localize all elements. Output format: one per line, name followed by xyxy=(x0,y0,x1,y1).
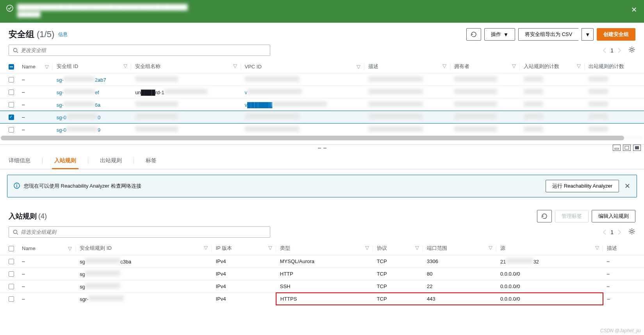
grip-icon xyxy=(318,148,326,149)
gear-icon xyxy=(628,228,635,235)
sg-col-sgname[interactable]: 安全组名称 ▽ xyxy=(131,60,241,73)
tab-0[interactable]: 详细信息 xyxy=(9,152,30,169)
cell-desc xyxy=(364,124,450,136)
edit-inbound-rules-button[interactable]: 编辑入站规则 xyxy=(592,210,635,222)
pager-next-icon[interactable] xyxy=(617,48,621,53)
cell-vpc[interactable] xyxy=(241,111,365,124)
export-dropdown-button[interactable]: ▼ xyxy=(582,28,594,41)
cell-vpc[interactable] xyxy=(241,73,365,86)
rules-search-wrap[interactable] xyxy=(9,226,270,238)
cell-desc: – xyxy=(603,280,644,293)
row-checkbox[interactable] xyxy=(9,115,14,120)
cell-sg-id[interactable]: sg-09 xyxy=(53,124,132,136)
row-checkbox[interactable] xyxy=(9,271,14,277)
cell-source: 0.0.0.0/0 xyxy=(496,268,603,280)
rules-col-src[interactable]: 源 ▽ xyxy=(496,242,603,255)
refresh-button[interactable] xyxy=(466,28,481,41)
rules-col-id[interactable]: 安全组规则 ID ▽ xyxy=(76,242,212,255)
search-input[interactable] xyxy=(21,47,266,53)
table-row[interactable]: –sgIPv4HTTPTCP800.0.0.0/0– xyxy=(0,268,644,280)
sg-col-id[interactable]: 安全组 ID ▽ xyxy=(53,60,132,73)
manage-tags-button[interactable]: 管理标签 xyxy=(555,210,589,222)
close-icon[interactable]: ✕ xyxy=(624,182,630,190)
rules-header: 入站规则 (4) 管理标签 编辑入站规则 xyxy=(0,203,644,225)
refresh-icon xyxy=(541,213,548,219)
sg-col-vpc[interactable]: VPC ID ▽ xyxy=(241,60,365,73)
table-row[interactable]: –sg-09 xyxy=(0,124,644,136)
panel-splitter[interactable] xyxy=(0,145,644,152)
export-button-group: 将安全组导出为 CSV ▼ xyxy=(518,28,594,41)
rules-col-desc[interactable]: 描述 xyxy=(603,242,644,255)
rules-search-input[interactable] xyxy=(21,229,266,235)
notification-title: ████████████████████████████████████████… xyxy=(17,4,187,10)
cell-sg-id[interactable]: sg-2ab7 xyxy=(53,73,132,86)
cell-type: HTTP xyxy=(276,268,373,280)
cell-port: 22 xyxy=(423,280,496,293)
row-checkbox[interactable] xyxy=(9,102,14,107)
rules-select-all[interactable] xyxy=(0,242,18,255)
cell-sg-id[interactable]: sg-ef xyxy=(53,86,132,99)
sg-select-all[interactable] xyxy=(0,60,18,73)
tab-3[interactable]: 标签 xyxy=(146,152,157,169)
table-row[interactable]: –sgIPv4SSHTCP220.0.0.0/0– xyxy=(0,280,644,293)
svg-rect-9 xyxy=(16,185,17,187)
row-checkbox[interactable] xyxy=(9,259,14,264)
cell-sg-name xyxy=(131,111,241,124)
create-sg-button[interactable]: 创建安全组 xyxy=(597,28,635,41)
rules-col-ip[interactable]: IP 版本 ▽ xyxy=(212,242,276,255)
pager-next-icon[interactable] xyxy=(617,229,621,235)
cell-sg-name xyxy=(131,73,241,86)
caret-down-icon: ▼ xyxy=(503,32,508,38)
rules-col-port[interactable]: 端口范围 ▽ xyxy=(423,242,496,255)
sg-col-owner[interactable]: 拥有者 ▽ xyxy=(450,60,520,73)
table-row[interactable]: –sgc3baIPv4MYSQL/AuroraTCP33062132– xyxy=(0,255,644,268)
refresh-rules-button[interactable] xyxy=(537,210,552,222)
rules-col-name[interactable]: Name ▽ xyxy=(18,242,76,255)
row-checkbox[interactable] xyxy=(9,90,14,95)
pager-prev-icon[interactable] xyxy=(603,48,607,53)
info-link[interactable]: 信息 xyxy=(58,31,68,38)
tab-separator xyxy=(134,158,134,164)
export-csv-button[interactable]: 将安全组导出为 CSV xyxy=(518,28,578,41)
notification-banner: ████████████████████████████████████████… xyxy=(0,0,644,23)
sg-col-name[interactable]: Name ▽ xyxy=(18,60,53,73)
svg-line-2 xyxy=(17,52,18,53)
horizontal-scrollbar[interactable] xyxy=(1,136,643,140)
row-checkbox[interactable] xyxy=(9,127,14,133)
cell-vpc[interactable]: v xyxy=(241,86,365,99)
row-checkbox[interactable] xyxy=(9,284,14,289)
table-row[interactable]: –sg-2ab7 xyxy=(0,73,644,86)
cell-owner xyxy=(450,124,520,136)
table-row[interactable]: –sg-efun████rd-1v xyxy=(0,86,644,99)
cell-vpc[interactable] xyxy=(241,124,365,136)
row-checkbox[interactable] xyxy=(9,296,14,302)
settings-button[interactable] xyxy=(628,46,635,54)
cell-sg-id[interactable]: sg-6a xyxy=(53,99,132,111)
maximize-panel-button[interactable] xyxy=(623,145,631,151)
close-icon[interactable]: ✕ xyxy=(631,5,637,14)
actions-dropdown[interactable]: 操作 ▼ xyxy=(484,28,515,41)
rules-title: 入站规则 xyxy=(9,211,37,221)
sg-col-desc[interactable]: 描述 ▽ xyxy=(364,60,450,73)
tab-1[interactable]: 入站规则 xyxy=(54,152,76,169)
sg-col-in[interactable]: 入站规则的计数 ▽ xyxy=(520,60,585,73)
table-row[interactable]: –sg-6av███████ xyxy=(0,99,644,111)
rules-count: (4) xyxy=(38,212,47,220)
pager-prev-icon[interactable] xyxy=(603,229,607,235)
rules-col-type[interactable]: 类型 ▽ xyxy=(276,242,373,255)
rules-settings-button[interactable] xyxy=(628,228,635,236)
table-row[interactable]: –sgr-IPv4HTTPSTCP4430.0.0.0/0– xyxy=(0,293,644,305)
rules-col-proto[interactable]: 协议 ▽ xyxy=(373,242,423,255)
row-checkbox[interactable] xyxy=(9,77,14,82)
fullscreen-panel-button[interactable] xyxy=(633,145,641,151)
cell-sg-id[interactable]: sg-00 xyxy=(53,111,132,124)
run-analyzer-button[interactable]: 运行 Reachability Analyzer xyxy=(546,180,619,192)
cell-ip: IPv4 xyxy=(212,280,276,293)
table-row[interactable]: –sg-00 xyxy=(0,111,644,124)
search-input-wrap[interactable] xyxy=(9,45,270,56)
tab-2[interactable]: 出站规则 xyxy=(100,152,122,169)
sg-col-out[interactable]: 出站规则的计数 xyxy=(585,60,644,73)
minimize-panel-button[interactable] xyxy=(613,145,621,151)
pager-page: 1 xyxy=(610,47,614,54)
cell-vpc[interactable]: v███████ xyxy=(241,99,365,111)
